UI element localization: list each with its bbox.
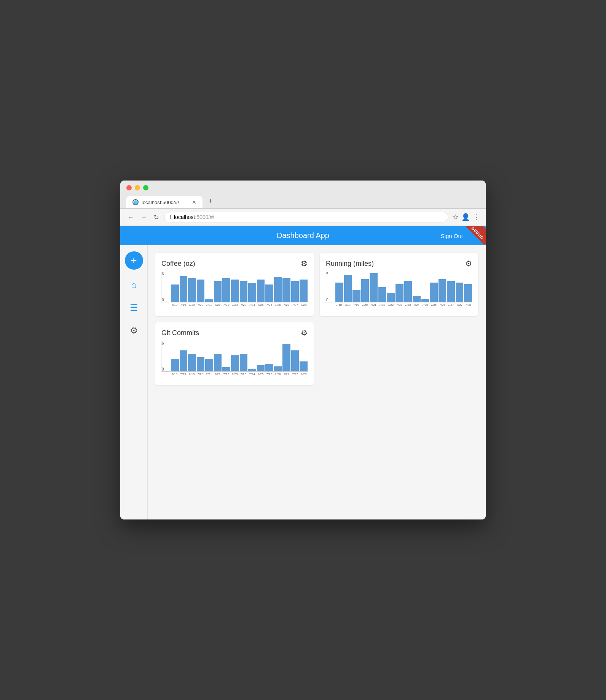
coffee-settings-icon: ⚙ — [301, 259, 308, 268]
running-settings-icon: ⚙ — [465, 259, 472, 268]
list-icon: ☰ — [130, 302, 138, 313]
x-label: 7/18 — [171, 303, 179, 307]
x-label: 7/23 — [395, 303, 403, 307]
bar — [180, 350, 188, 371]
address-text: localhost:5000/#/ — [174, 214, 214, 220]
sidebar: + ⌂ ☰ ⚙ — [120, 245, 148, 519]
x-label: 7/21 — [378, 303, 386, 307]
x-label: 7/27 — [282, 303, 290, 307]
bar — [231, 355, 239, 371]
git-card-title: Git Commits — [161, 329, 199, 337]
git-x-labels: 7/187/197/197/207/217/217/227/237/237/24… — [161, 372, 308, 376]
maximize-window-button[interactable] — [143, 185, 148, 190]
bar — [205, 299, 213, 302]
x-label: 7/23 — [231, 372, 239, 376]
x-label: 7/19 — [352, 303, 360, 307]
x-label: 7/26 — [274, 372, 282, 376]
settings-button[interactable]: ⚙ — [128, 323, 140, 338]
bar — [188, 354, 196, 371]
git-settings-button[interactable]: ⚙ — [301, 328, 308, 337]
coffee-bars: 6 0 — [161, 272, 308, 302]
back-button[interactable]: ← — [126, 213, 136, 221]
x-label: 7/27 — [282, 372, 290, 376]
bar — [439, 279, 447, 302]
bar — [456, 283, 464, 302]
bar — [430, 283, 438, 302]
bar — [265, 364, 273, 371]
bar — [274, 366, 282, 371]
browser-traffic-lights — [126, 185, 480, 190]
bar — [265, 284, 273, 302]
x-label: 7/18 — [171, 372, 179, 376]
x-label: 7/23 — [239, 372, 247, 376]
x-label: 7/28 — [300, 372, 308, 376]
bar — [214, 281, 222, 302]
running-chart: 5 0 7/187/197/197/207/217/217/227/237/23… — [326, 272, 472, 310]
bar — [257, 365, 265, 371]
bar — [257, 280, 265, 302]
coffee-x-labels: 7/187/197/197/207/217/217/227/237/237/24… — [161, 303, 308, 307]
browser-tabbar: 🌐 localhost:5000/#/ ✕ + — [126, 194, 480, 208]
git-card-header: Git Commits ⚙ — [161, 328, 308, 337]
x-label: 7/22 — [222, 372, 230, 376]
x-label: 7/20 — [196, 303, 204, 307]
new-tab-button[interactable]: + — [204, 194, 217, 208]
minimize-window-button[interactable] — [135, 185, 140, 190]
close-window-button[interactable] — [126, 185, 132, 190]
x-label: 7/19 — [344, 303, 352, 307]
running-y-min: 0 — [326, 298, 329, 302]
bar — [214, 354, 222, 371]
x-label: 7/25 — [257, 303, 265, 307]
x-label: 7/25 — [265, 303, 273, 307]
app-header: Dashboard App Sign Out DEBUG — [120, 226, 486, 245]
running-bars: 5 0 — [326, 272, 472, 302]
sign-out-button[interactable]: Sign Out — [441, 232, 463, 239]
bar — [180, 276, 188, 302]
menu-button[interactable]: ⋮ — [473, 213, 480, 221]
coffee-settings-button[interactable]: ⚙ — [301, 259, 308, 268]
coffee-card-title: Coffee (oz) — [161, 260, 195, 268]
bar — [205, 359, 213, 371]
bar — [222, 367, 230, 371]
bookmark-button[interactable]: ☆ — [452, 213, 458, 221]
profile-button[interactable]: 👤 — [461, 213, 470, 221]
bar — [378, 287, 386, 302]
running-y-max: 5 — [326, 272, 329, 276]
list-button[interactable]: ☰ — [128, 300, 140, 315]
running-settings-button[interactable]: ⚙ — [465, 259, 472, 268]
x-label: 7/21 — [370, 303, 378, 307]
bar — [464, 284, 472, 302]
x-label: 7/25 — [430, 303, 438, 307]
coffee-y-min: 0 — [162, 298, 164, 302]
main-content: Coffee (oz) ⚙ 6 0 7/187/197/197/207/217/… — [148, 245, 486, 519]
x-label: 7/21 — [205, 303, 213, 307]
x-label: 7/21 — [205, 372, 213, 376]
forward-button[interactable]: → — [139, 213, 148, 221]
reload-button[interactable]: ↻ — [152, 213, 160, 222]
address-actions: ☆ 👤 ⋮ — [452, 213, 480, 221]
x-label: 7/22 — [222, 303, 230, 307]
home-icon: ⌂ — [131, 280, 137, 290]
x-label: 7/21 — [214, 303, 222, 307]
x-label: 7/19 — [179, 372, 187, 376]
bar — [248, 369, 256, 371]
x-label: 7/28 — [464, 303, 472, 307]
tab-close-icon[interactable]: ✕ — [192, 199, 196, 205]
add-widget-button[interactable]: + — [125, 251, 143, 270]
bar — [395, 284, 403, 302]
running-card-title: Running (miles) — [326, 260, 374, 268]
bar — [282, 278, 290, 302]
home-button[interactable]: ⌂ — [129, 277, 139, 292]
bar — [404, 281, 412, 302]
active-tab[interactable]: 🌐 localhost:5000/#/ ✕ — [126, 196, 203, 208]
app-title: Dashboard App — [277, 231, 329, 240]
x-label: 7/27 — [456, 303, 464, 307]
bar — [361, 279, 369, 302]
git-chart: 6 0 7/187/197/197/207/217/217/227/237/23… — [161, 341, 308, 379]
x-label: 7/19 — [179, 303, 187, 307]
bar — [387, 293, 395, 302]
x-label: 7/24 — [248, 372, 256, 376]
address-bar[interactable]: ℹ localhost:5000/#/ — [164, 212, 448, 222]
running-card: Running (miles) ⚙ 5 0 7/187/197/197/207/… — [320, 253, 478, 316]
x-label: 7/22 — [387, 303, 395, 307]
